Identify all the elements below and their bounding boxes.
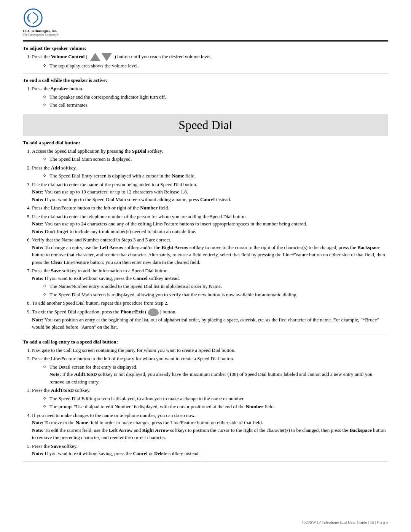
vol-up-icon xyxy=(90,53,100,61)
section2-heading: To end a call while the speaker is activ… xyxy=(23,77,388,83)
section4-steps: Navigate to the Call Log screen containi… xyxy=(32,347,388,457)
list-item: Access the Speed Dial application by pre… xyxy=(32,147,388,163)
list-item: The Speed Dial Editing screen is display… xyxy=(43,395,388,403)
sub-list: The Speed Dial Main screen is displayed. xyxy=(43,155,388,163)
list-item: The Speed Dial Main screen is redisplaye… xyxy=(43,291,388,299)
list-item: Navigate to the Call Log screen containi… xyxy=(32,347,388,354)
speed-dial-title-box: Speed Dial xyxy=(23,114,388,136)
list-item: Verify that the Name and Number entered … xyxy=(32,236,388,266)
list-item: The top display area shows the volume le… xyxy=(43,62,388,70)
section-adjust-volume: To adjust the speaker volume: Press the … xyxy=(23,45,388,70)
section-add-speed-dial: To add a speed dial button: Access the S… xyxy=(23,140,388,331)
list-item: The Speaker and the corresponding indica… xyxy=(43,93,388,101)
phone-exit-icon xyxy=(148,308,159,316)
list-item: To add another Speed Dial button, repeat… xyxy=(32,299,388,307)
list-item: Use the dialpad to enter the name of the… xyxy=(32,181,388,203)
list-item: The Speed Dial Entry screen is displayed… xyxy=(43,172,388,180)
list-item: Press the Line/Feature button to the lef… xyxy=(32,355,388,385)
divider xyxy=(23,335,388,335)
sub-list: The Detail screen for that entry is disp… xyxy=(43,363,388,386)
section1-heading: To adjust the speaker volume: xyxy=(23,45,388,51)
divider xyxy=(23,73,388,73)
section3-heading: To add a speed dial button: xyxy=(23,140,388,146)
sub-list: The Name/Number entry is added to the Sp… xyxy=(43,283,388,298)
note: Note: You can use up to 10 characters; o… xyxy=(32,189,188,195)
list-item: To exit the Speed Dial application, pres… xyxy=(32,308,388,331)
list-item: If you need to make changes to the name … xyxy=(32,412,388,441)
list-item: The call terminates. xyxy=(43,101,388,109)
volume-control-icon xyxy=(90,53,112,61)
sub-list: The Speed Dial Editing screen is display… xyxy=(43,395,388,411)
note: Note: You can use up to 24 characters an… xyxy=(32,221,307,227)
note: Note: You can position an entry at the b… xyxy=(32,317,379,330)
section1-steps: Press the Volume Control ( ) button unti… xyxy=(32,53,388,70)
note: Note: To change an entry, use the Left A… xyxy=(32,244,385,265)
company-tagline: The Convergence Company® xyxy=(23,33,59,37)
company-name: CCC Technologies, Inc. xyxy=(23,29,57,33)
note: Note: If you want to go to the Speed Dia… xyxy=(32,197,231,202)
vol-down-icon xyxy=(101,53,112,61)
sub-list: The Speed Dial Entry screen is displayed… xyxy=(43,172,388,180)
section-end-call: To end a call while the speaker is activ… xyxy=(23,77,388,109)
footer-text: 4620SW IP Telephone End User Guide | 15 … xyxy=(301,520,388,524)
step1-text: Press the Speaker button. xyxy=(32,86,83,91)
note: Note: If you want to exit without saving… xyxy=(32,275,180,281)
step1-text: Press the Volume Control ( ) button unti… xyxy=(32,54,212,59)
bottom-divider xyxy=(23,461,388,462)
list-item: Press the Line/Feature button to the lef… xyxy=(32,204,388,212)
section3-steps: Access the Speed Dial application by pre… xyxy=(32,147,388,331)
list-item: Press the Save softkey to add the inform… xyxy=(32,267,388,298)
step1-sub: The Speaker and the corresponding indica… xyxy=(43,93,388,109)
list-item: Press the Save softkey. Note: If you wan… xyxy=(32,443,388,457)
list-item: The Name/Number entry is added to the Sp… xyxy=(43,283,388,290)
section4-heading: To add a call log entry to a speed dial … xyxy=(23,339,388,345)
list-item: Press the AddTtoSD softkey. The Speed Di… xyxy=(32,387,388,411)
list-item: The prompt "Use dialpad to edit Number" … xyxy=(43,403,388,411)
list-item: Press the Speaker button. The Speaker an… xyxy=(32,85,388,109)
logo-container: CCC Technologies, Inc. The Convergence C… xyxy=(23,8,59,37)
note: Note: If you want to exit without saving… xyxy=(32,451,200,456)
list-item: The Detail screen for that entry is disp… xyxy=(43,363,388,386)
section-add-call-log: To add a call log entry to a speed dial … xyxy=(23,339,388,457)
ccc-logo-icon xyxy=(23,8,43,28)
list-item: The Speed Dial Main screen is displayed. xyxy=(43,155,388,163)
page-header: CCC Technologies, Inc. The Convergence C… xyxy=(23,8,388,42)
note: Note: Don't forget to include any trunk … xyxy=(32,228,196,234)
svg-point-0 xyxy=(24,9,42,27)
speed-dial-title: Speed Dial xyxy=(23,118,388,132)
note: Note: If the AddTtoSD softkey is not dis… xyxy=(49,371,372,385)
page: CCC Technologies, Inc. The Convergence C… xyxy=(0,0,411,532)
note: Note: To edit the current field, use the… xyxy=(32,427,386,441)
page-footer: 4620SW IP Telephone End User Guide | 15 … xyxy=(301,520,388,524)
section2-steps: Press the Speaker button. The Speaker an… xyxy=(32,85,388,109)
list-item: Press the Volume Control ( ) button unti… xyxy=(32,53,388,70)
step1-sub: The top display area shows the volume le… xyxy=(43,62,388,70)
note: Note: To move to the Name field in order… xyxy=(32,420,263,425)
list-item: Use the dialpad to enter the telephone n… xyxy=(32,213,388,235)
list-item: Press the Add softkey. The Speed Dial En… xyxy=(32,164,388,180)
